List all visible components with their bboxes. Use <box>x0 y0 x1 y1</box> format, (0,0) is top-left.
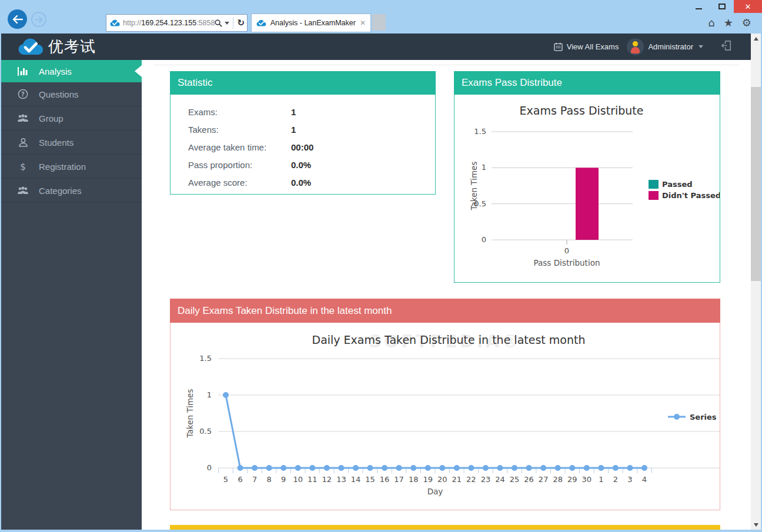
scroll-down-button[interactable] <box>751 520 761 530</box>
svg-text:30: 30 <box>582 475 592 484</box>
scrollbar[interactable] <box>751 34 761 530</box>
sidebar-item-label: Students <box>39 138 73 148</box>
maximize-button[interactable] <box>710 0 734 13</box>
home-icon[interactable]: ⌂ <box>708 18 714 28</box>
stat-label: Average taken time: <box>188 142 291 152</box>
stat-label: Pass proportion: <box>188 160 291 170</box>
svg-text:1: 1 <box>482 163 486 172</box>
page-content: 优考试 View All Exams Administrator Analysi… <box>1 34 761 530</box>
minimize-button[interactable] <box>687 0 710 13</box>
svg-text:$: $ <box>20 162 26 172</box>
view-all-exams-button[interactable]: View All Exams <box>554 42 619 51</box>
user-menu[interactable]: Administrator <box>627 38 703 55</box>
daily-exams-panel-title: Daily Exams Taken Distribute in the late… <box>170 299 720 323</box>
svg-text:1.5: 1.5 <box>474 127 486 136</box>
svg-text:1.5: 1.5 <box>199 354 212 363</box>
sidebar-item-registration[interactable]: $Registration <box>1 155 142 179</box>
svg-text:3: 3 <box>627 475 632 484</box>
exams-pass-panel-title: Exams Pass Distribute <box>454 71 720 95</box>
svg-text:Exams Pass Distribute: Exams Pass Distribute <box>519 104 643 117</box>
question-icon: ? <box>16 89 29 99</box>
close-button[interactable]: ✕ <box>734 0 762 13</box>
logo-cloud-check-icon <box>18 38 44 56</box>
logout-button[interactable] <box>720 39 733 55</box>
stat-value: 1 <box>291 107 296 117</box>
stat-label: Average score: <box>188 178 291 188</box>
view-all-exams-label: View All Exams <box>567 42 619 51</box>
logout-icon <box>720 39 733 52</box>
stat-label: Takens: <box>188 125 291 135</box>
svg-text:27: 27 <box>539 475 549 484</box>
bar-chart-icon <box>16 67 29 76</box>
favorites-star-icon[interactable]: ★ <box>724 18 733 28</box>
scroll-up-button[interactable] <box>751 34 761 44</box>
statistic-panel-title: Statistic <box>170 71 436 95</box>
svg-text:15: 15 <box>365 475 375 484</box>
scrollbar-thumb[interactable] <box>751 87 761 281</box>
daily-exams-line-chart: SOFTPEDIA® Daily Exams Taken Distribute … <box>171 323 720 510</box>
svg-text:20: 20 <box>437 475 447 484</box>
svg-text:4: 4 <box>642 475 647 484</box>
maximize-icon <box>718 4 726 9</box>
app-logo: 优考试 <box>1 36 96 57</box>
svg-text:Daily Exams Taken Distribute i: Daily Exams Taken Distribute in the late… <box>312 333 586 346</box>
sidebar-item-analysis[interactable]: Analysis <box>1 60 142 82</box>
svg-text:0.5: 0.5 <box>199 427 212 436</box>
sidebar-item-label: Analysis <box>39 66 72 76</box>
address-bar[interactable]: http://169.254.123.155:5858/index.php/an… <box>106 14 248 32</box>
svg-text:16: 16 <box>380 475 390 484</box>
stat-row: Average taken time:00:00 <box>171 138 435 156</box>
svg-text:9: 9 <box>281 475 286 484</box>
settings-gear-icon[interactable]: ⚙ <box>742 18 751 28</box>
sidebar: Analysis?QuestionsGroupStudents$Registra… <box>1 60 142 530</box>
svg-text:18: 18 <box>409 475 419 484</box>
window-controls: ✕ <box>687 0 762 13</box>
app-header: 优考试 View All Exams Administrator <box>1 34 751 60</box>
group-icon <box>16 114 29 123</box>
close-icon: ✕ <box>745 2 751 11</box>
sidebar-item-questions[interactable]: ?Questions <box>1 82 142 106</box>
scroll-up-icon <box>754 37 758 41</box>
sidebar-item-group[interactable]: Group <box>1 106 142 131</box>
stat-value: 00:00 <box>291 142 313 152</box>
browser-tab[interactable]: Analysis - LanExamMaker ✕ <box>251 14 371 32</box>
refresh-icon[interactable]: ↻ <box>237 18 245 28</box>
tab-close-icon[interactable]: ✕ <box>360 19 366 27</box>
svg-text:0: 0 <box>564 246 569 255</box>
back-button[interactable] <box>8 9 27 29</box>
site-favicon-cloud-icon <box>110 19 120 27</box>
exams-pass-panel: Exams Pass Distribute Exams Pass Distrib… <box>454 71 720 283</box>
svg-text:23: 23 <box>481 475 491 484</box>
avatar <box>627 38 644 55</box>
svg-text:Didn't Passed: Didn't Passed <box>662 191 720 200</box>
group-icon <box>16 186 29 195</box>
svg-text:6: 6 <box>238 475 242 484</box>
sidebar-item-categories[interactable]: Categories <box>1 179 142 203</box>
person-icon <box>16 138 29 148</box>
forward-button[interactable] <box>31 12 46 27</box>
divider <box>233 17 233 29</box>
back-arrow-icon <box>12 15 23 24</box>
svg-text:29: 29 <box>567 475 577 484</box>
browser-window: ✕ http://169.254.123.155:5858/index.php/… <box>0 0 762 532</box>
sidebar-item-students[interactable]: Students <box>1 131 142 155</box>
sidebar-item-label: Group <box>39 113 63 123</box>
svg-text:5: 5 <box>223 475 228 484</box>
svg-text:Taken Times: Taken Times <box>185 389 195 439</box>
svg-text:19: 19 <box>423 475 433 484</box>
svg-text:17: 17 <box>394 475 404 484</box>
sidebar-item-label: Registration <box>39 162 86 172</box>
svg-text:0: 0 <box>482 235 486 244</box>
svg-text:24: 24 <box>495 475 505 484</box>
svg-text:1: 1 <box>207 390 212 399</box>
svg-text:25: 25 <box>510 475 520 484</box>
svg-text:13: 13 <box>336 475 346 484</box>
svg-text:Series 1: Series 1 <box>690 413 720 421</box>
search-icon[interactable] <box>215 19 222 27</box>
svg-text:14: 14 <box>351 475 361 484</box>
address-dropdown-icon[interactable] <box>225 22 229 25</box>
username: Administrator <box>648 42 693 51</box>
divider <box>153 65 739 65</box>
new-tab-button[interactable] <box>372 14 386 31</box>
svg-text:10: 10 <box>293 475 303 484</box>
